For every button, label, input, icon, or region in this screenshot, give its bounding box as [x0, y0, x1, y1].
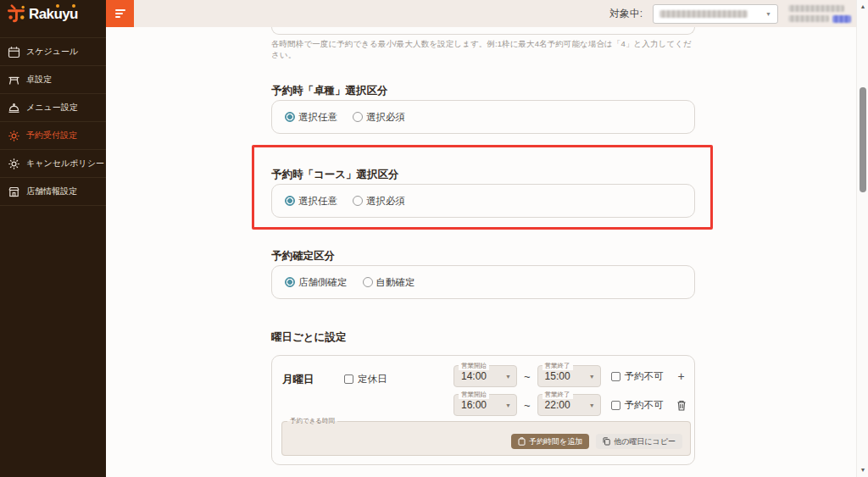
radio-unselected-icon[interactable] [353, 112, 363, 122]
close-time-select[interactable]: 営業終了 15:00 ▼ [537, 365, 601, 387]
user-name-redacted [788, 5, 844, 12]
radio-selected-icon[interactable] [285, 112, 295, 122]
open-time-select[interactable]: 営業開始 16:00 ▼ [453, 394, 517, 416]
plus-icon: + [678, 370, 685, 382]
no-reservation-option: 予約不可 [611, 399, 664, 412]
button-label: 他の曜日にコピー [614, 436, 676, 447]
store-icon [8, 186, 20, 198]
radio-label: 店舗側確定 [298, 276, 348, 289]
fieldset-legend: 予約できる時間 [287, 417, 337, 425]
closed-day-checkbox[interactable] [344, 374, 353, 384]
hamburger-icon [115, 8, 125, 19]
sidebar: Rakuyu スケジュール 卓設定 メニュー設定 [0, 0, 106, 477]
chevron-down-icon: ▼ [505, 402, 511, 408]
user-info [788, 5, 851, 23]
checkbox-label: 定休日 [358, 373, 387, 385]
vertical-scrollbar: ▲ ▼ [856, 0, 868, 477]
select-float-label: 営業終了 [542, 391, 573, 399]
select-float-label: 営業終了 [542, 362, 573, 370]
radio-option: 自動確定 [363, 276, 415, 289]
sidebar-item-schedule[interactable]: スケジュール [0, 38, 106, 66]
close-time-select[interactable]: 営業終了 22:00 ▼ [537, 394, 601, 416]
radio-label: 選択必須 [366, 195, 405, 208]
radio-unselected-icon[interactable] [353, 196, 363, 206]
sidebar-item-menu-settings[interactable]: メニュー設定 [0, 94, 106, 122]
helper-text: 各時間枠で一度に予約できる最小/最大人数を設定します。例:1枠に最大4名予約可能… [271, 39, 695, 61]
gear-icon [8, 130, 20, 142]
store-select[interactable]: ▼ [653, 4, 778, 24]
add-time-row-button[interactable]: + [675, 369, 688, 383]
radio-unselected-icon[interactable] [363, 277, 373, 287]
section-title-confirmation: 予約確定区分 [271, 250, 695, 262]
chevron-down-icon: ▼ [589, 402, 595, 408]
section-title-weekday: 曜日ごとに設定 [271, 331, 695, 343]
radio-label: 自動確定 [376, 276, 415, 289]
select-float-label: 営業開始 [459, 362, 489, 370]
select-float-label: 営業開始 [459, 391, 489, 399]
scrollbar-thumb[interactable] [860, 87, 866, 192]
sidebar-item-store-info[interactable]: 店舗情報設定 [0, 178, 106, 206]
range-separator: ~ [524, 399, 531, 412]
radio-option: 選択必須 [353, 195, 405, 208]
open-time-select[interactable]: 営業開始 14:00 ▼ [453, 365, 517, 387]
target-label: 対象中: [609, 7, 643, 21]
clipboard-icon [518, 437, 526, 446]
no-reservation-option: 予約不可 [611, 370, 664, 383]
section-title-table-type: 予約時「卓種」選択区分 [271, 85, 695, 97]
chevron-down-icon: ▼ [505, 374, 511, 380]
time-range-row: 営業開始 14:00 ▼ ~ 営業終了 15:00 ▼ 予約不可 + [453, 365, 688, 387]
section-title-course: 予約時「コース」選択区分 [271, 169, 695, 180]
main-content: 各時間枠で一度に予約できる最小/最大人数を設定します。例:1枠に最大4名予約可能… [106, 27, 856, 477]
topbar: 対象中: ▼ [106, 0, 856, 27]
copy-to-other-days-button[interactable]: 他の曜日にコピー [596, 434, 682, 449]
sidebar-item-reservation-settings[interactable]: 予約受付設定 [0, 122, 106, 150]
add-reservation-time-button[interactable]: 予約時間を追加 [511, 434, 589, 449]
scroll-down-arrow-icon[interactable]: ▼ [857, 465, 868, 475]
closed-day-option: 定休日 [344, 373, 387, 385]
radio-selected-icon[interactable] [285, 277, 295, 287]
table-type-option-box: 選択任意 選択必須 [271, 100, 695, 134]
bookable-time-fieldset: 予約できる時間 予約時間を追加 他の曜日にコピー [281, 417, 691, 456]
app-logo[interactable]: Rakuyu [0, 0, 106, 29]
sidebar-toggle-button[interactable] [106, 0, 134, 27]
delete-time-row-button[interactable] [675, 398, 688, 412]
button-label: 予約時間を追加 [529, 436, 582, 447]
radio-selected-icon[interactable] [285, 196, 295, 206]
chevron-down-icon: ▼ [765, 11, 771, 17]
trash-icon [676, 400, 687, 411]
calendar-icon [8, 46, 20, 58]
table-icon [8, 74, 20, 86]
user-id-redacted [788, 15, 829, 22]
chevron-down-icon: ▼ [589, 374, 595, 380]
no-reservation-checkbox[interactable] [611, 401, 620, 410]
sidebar-item-label: 卓設定 [26, 74, 52, 86]
monday-settings-card: 月曜日 定休日 営業開始 14:00 ▼ ~ 営業終了 15:00 ▼ [271, 355, 695, 465]
time-range-row: 営業開始 16:00 ▼ ~ 営業終了 22:00 ▼ 予約不可 [453, 394, 688, 416]
radio-label: 選択必須 [366, 111, 405, 124]
copy-icon [603, 437, 610, 446]
sidebar-menu: スケジュール 卓設定 メニュー設定 予約受付設定 [0, 37, 106, 206]
sidebar-item-label: スケジュール [26, 46, 78, 58]
logout-link[interactable] [832, 15, 851, 23]
sidebar-item-cancel-policy[interactable]: キャンセルポリシー [0, 150, 106, 178]
logo-mark-icon [6, 4, 26, 25]
sidebar-item-label: キャンセルポリシー [26, 158, 104, 169]
app-title: Rakuyu [29, 6, 78, 23]
people-count-input-partial[interactable] [271, 27, 695, 35]
radio-option: 選択必須 [353, 111, 405, 124]
radio-option: 店舗側確定 [285, 276, 348, 289]
radio-label: 選択任意 [298, 111, 337, 124]
no-reservation-checkbox[interactable] [611, 372, 620, 381]
sidebar-item-label: メニュー設定 [26, 102, 78, 114]
sidebar-item-table-settings[interactable]: 卓設定 [0, 66, 106, 94]
gear-icon [8, 158, 20, 170]
select-value: 16:00 [461, 399, 487, 411]
cloche-icon [8, 102, 20, 114]
select-value: 15:00 [545, 370, 570, 382]
sidebar-item-label: 店舗情報設定 [26, 186, 77, 197]
course-option-box: 選択任意 選択必須 [271, 184, 695, 218]
radio-option: 選択任意 [285, 195, 337, 208]
select-value: 14:00 [461, 370, 487, 382]
scroll-up-arrow-icon[interactable]: ▲ [857, 2, 868, 12]
range-separator: ~ [524, 370, 531, 383]
